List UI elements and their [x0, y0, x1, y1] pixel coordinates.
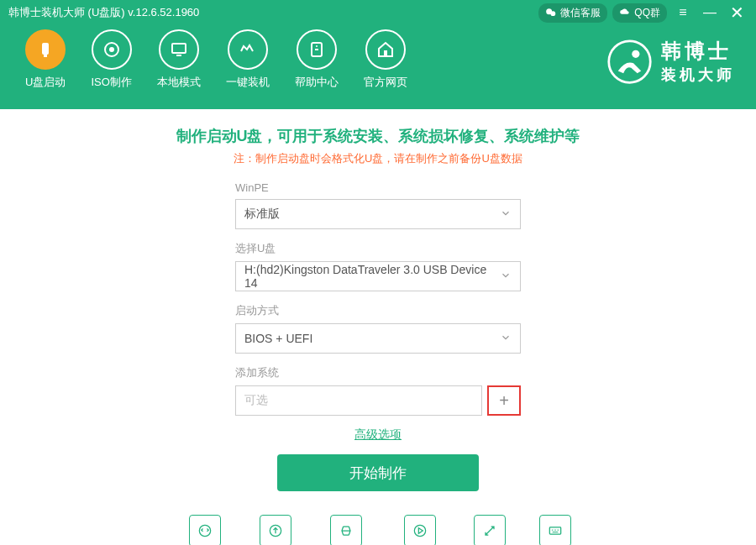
svg-rect-10 — [315, 49, 318, 50]
cloud-icon — [619, 7, 631, 18]
usb-select[interactable]: H:(hd2)Kingston DataTraveler 3.0 USB Dev… — [235, 261, 521, 291]
chevron-down-icon — [500, 270, 512, 284]
nav-icon — [228, 29, 268, 70]
winpe-label: WinPE — [235, 181, 521, 194]
page-warning: 注：制作启动盘时会格式化U盘，请在制作之前备份U盘数据 — [234, 151, 522, 166]
svg-rect-6 — [172, 44, 186, 53]
nav-item-4[interactable]: 帮助中心 — [295, 29, 339, 90]
tool-icon — [539, 515, 571, 545]
add-system-input[interactable]: 可选 — [235, 385, 482, 416]
tool-icon — [404, 515, 436, 545]
nav-icon — [297, 29, 337, 70]
nav-icon — [159, 29, 199, 70]
add-system-button[interactable]: + — [487, 385, 521, 416]
minimize-icon: — — [703, 5, 717, 20]
page-headline: 制作启动U盘，可用于系统安装、系统损坏修复、系统维护等 — [176, 126, 580, 146]
tool-item-1[interactable]: 升级PE — [259, 515, 292, 545]
boot-mode-select[interactable]: BIOS + UEFI — [235, 323, 521, 354]
svg-point-12 — [609, 40, 651, 82]
menu-icon: ≡ — [679, 5, 686, 20]
nav-item-1[interactable]: ISO制作 — [91, 29, 131, 90]
tool-icon — [189, 515, 221, 545]
system-label: 添加系统 — [235, 365, 521, 380]
nav-icon — [25, 29, 66, 70]
wechat-support-button[interactable]: 微信客服 — [538, 3, 607, 23]
nav-item-2[interactable]: 本地模式 — [157, 29, 201, 90]
app-logo: 韩博士 装机大师 — [606, 38, 735, 85]
boot-label: 启动方式 — [235, 303, 521, 318]
nav-item-3[interactable]: 一键装机 — [226, 29, 270, 90]
tool-icon — [260, 515, 291, 545]
svg-rect-7 — [176, 55, 181, 56]
start-create-button[interactable]: 开始制作 — [277, 454, 479, 491]
svg-point-16 — [414, 525, 425, 536]
nav-item-5[interactable]: 官方网页 — [364, 29, 407, 90]
app-title: 韩博士装机大师 (U盘版) v.12.6.52.1960 — [8, 5, 538, 20]
nav-icon — [92, 29, 132, 70]
tool-icon — [330, 515, 362, 545]
logo-mark-icon — [606, 39, 653, 85]
svg-point-9 — [316, 45, 318, 47]
wechat-icon — [545, 7, 557, 18]
plus-icon: + — [499, 391, 509, 411]
tool-item-3[interactable]: 模拟启动 — [400, 515, 440, 545]
svg-point-5 — [109, 47, 114, 52]
close-icon: ✕ — [730, 3, 744, 23]
winpe-select[interactable]: 标准版 — [235, 199, 521, 229]
svg-point-13 — [632, 50, 639, 57]
svg-point-1 — [551, 11, 556, 16]
nav-item-0[interactable]: U盘启动 — [25, 29, 66, 90]
close-button[interactable]: ✕ — [726, 2, 748, 24]
minimize-button[interactable]: — — [699, 2, 721, 24]
tool-icon — [474, 515, 506, 545]
menu-button[interactable]: ≡ — [672, 2, 694, 24]
chevron-down-icon — [500, 207, 512, 222]
tool-item-2[interactable]: 格式转换 — [326, 515, 366, 545]
chevron-down-icon — [500, 332, 512, 346]
svg-rect-2 — [42, 43, 49, 55]
tool-item-0[interactable]: 归还空间 — [185, 515, 225, 545]
svg-rect-3 — [44, 55, 47, 57]
svg-point-14 — [199, 525, 210, 536]
tool-item-4[interactable]: 个性化 — [474, 515, 506, 545]
advanced-options-link[interactable]: 高级选项 — [354, 427, 402, 443]
qq-group-button[interactable]: QQ群 — [612, 3, 667, 23]
svg-rect-17 — [549, 527, 560, 534]
usb-label: 选择U盘 — [235, 241, 521, 256]
tool-item-5[interactable]: 快捷键 — [539, 515, 571, 545]
svg-rect-11 — [384, 50, 387, 56]
nav-icon — [365, 29, 406, 70]
